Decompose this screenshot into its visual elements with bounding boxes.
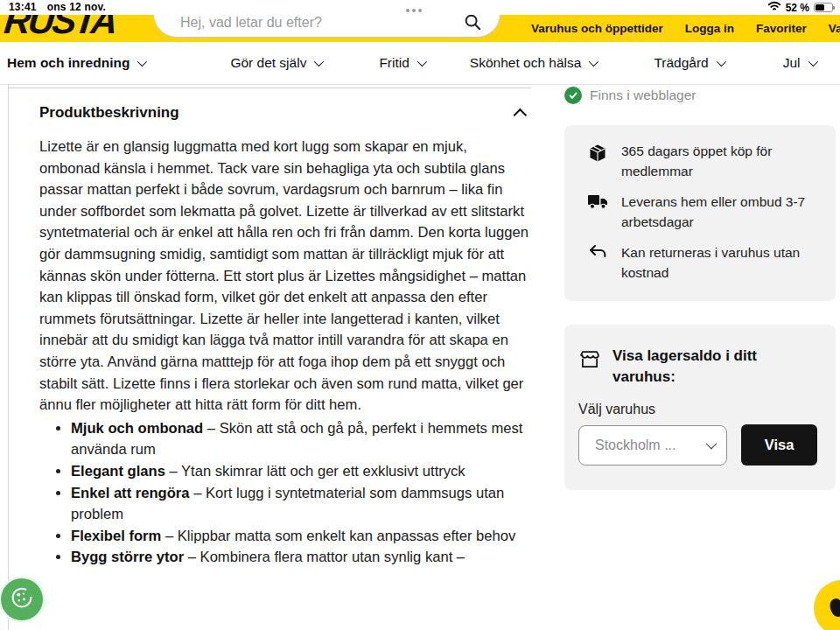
assistant-glyph-icon [828, 597, 840, 619]
availability-label: Finns i webblager [590, 88, 696, 103]
battery-icon [814, 3, 833, 12]
product-description-text: Lizette är en glansig luggmatta med kort… [39, 136, 530, 416]
status-time: 13:41 [9, 1, 37, 13]
status-date: ons 12 nov. [47, 1, 106, 13]
header-links: Varuhus och öppettider Logga in Favorite… [531, 22, 840, 35]
header-link-login[interactable]: Logga in [685, 22, 734, 35]
nav-item-fritid[interactable]: Fritid [379, 55, 424, 71]
search-input[interactable]: Hej, vad letar du efter? [153, 15, 500, 38]
chevron-down-icon [417, 57, 427, 66]
status-bar: 13:41ons 12 nov. 52 % [0, 0, 840, 15]
battery-percent-label: 52 % [786, 2, 809, 14]
chevron-up-icon[interactable] [514, 108, 528, 122]
search-icon[interactable] [463, 15, 482, 32]
show-stock-button[interactable]: Visa [741, 424, 817, 466]
store-select[interactable]: Stockholm ... [578, 425, 727, 466]
rusta-logo[interactable]: RUSTA [2, 15, 117, 42]
nav-item-hem-och-inredning[interactable]: Hem och inredning [7, 55, 144, 71]
chevron-down-icon [314, 57, 324, 66]
list-item: Elegant glans – Ytan skimrar lätt och ge… [71, 461, 530, 483]
list-item: Enkel att rengöra – Kort lugg i syntetma… [71, 483, 530, 526]
chevron-down-icon [137, 57, 147, 66]
check-circle-icon [564, 87, 582, 104]
wifi-icon [767, 1, 781, 14]
assistant-chat-button[interactable] [814, 580, 840, 630]
cookie-icon [9, 584, 35, 614]
cookie-settings-button[interactable] [1, 578, 43, 620]
content-left-divider [8, 85, 9, 630]
chevron-down-icon [706, 438, 718, 450]
nav-item-gor-det-sjalv[interactable]: Gör det själv [230, 55, 321, 71]
availability-row: Finns i webblager [564, 87, 836, 104]
store-icon [578, 346, 603, 388]
usp-open-purchase: 365 dagars öppet köp för medlemmar [587, 142, 818, 181]
store-select-value: Stockholm ... [595, 438, 676, 453]
list-item: Flexibel form – Klippbar matta som enkel… [71, 526, 530, 548]
chevron-down-icon [589, 57, 598, 66]
nav-item-tradgard[interactable]: Trädgård [654, 55, 723, 71]
delivery-truck-icon [587, 192, 610, 232]
store-stock-card: Visa lagersaldo i ditt varuhus: Välj var… [564, 325, 836, 490]
purchase-info-sidebar: Finns i webblager 365 dagars öppet köp f… [564, 85, 836, 490]
list-item: Bygg större ytor – Kombinera flera matto… [71, 547, 530, 569]
category-nav: Hem och inredning Gör det själv Fritid S… [0, 42, 840, 85]
usp-card: 365 dagars öppet köp för medlemmar Lever… [564, 125, 836, 301]
store-stock-header: Visa lagersaldo i ditt varuhus: [578, 346, 822, 388]
multitask-dots-icon [406, 9, 422, 12]
return-arrow-icon [587, 243, 610, 283]
list-item: Mjuk och ombonad – Skön att stå och gå p… [71, 418, 530, 461]
product-feature-list: Mjuk och ombonad – Skön att stå och gå p… [39, 418, 530, 569]
header-link-cart-truncated[interactable]: Va [829, 22, 840, 35]
product-description-section: Produktbeskrivning Lizette är en glansig… [39, 85, 530, 569]
select-store-label: Välj varuhus [578, 402, 822, 417]
section-title: Produktbeskrivning [39, 104, 179, 122]
header-link-stores[interactable]: Varuhus och öppettider [531, 22, 663, 35]
product-description-accordion-toggle[interactable]: Produktbeskrivning [39, 104, 530, 122]
status-time-date: 13:41ons 12 nov. [9, 1, 106, 13]
package-icon [587, 142, 610, 181]
chevron-down-icon [808, 57, 817, 66]
usp-delivery: Leverans hem eller ombud 3-7 arbetsdagar [587, 192, 818, 232]
search-placeholder: Hej, vad letar du efter? [180, 15, 322, 31]
header-link-favorites[interactable]: Favoriter [756, 22, 807, 35]
nav-item-skonhet-och-halsa[interactable]: Skönhet och hälsa [470, 55, 597, 71]
chevron-down-icon [716, 57, 725, 66]
nav-item-jul[interactable]: Jul [783, 55, 816, 71]
store-stock-title: Visa lagersaldo i ditt varuhus: [612, 346, 788, 388]
usp-returns: Kan returneras i varuhus utan kostnad [587, 243, 818, 283]
site-header: RUSTA Hej, vad letar du efter? Varuhus o… [0, 15, 840, 42]
